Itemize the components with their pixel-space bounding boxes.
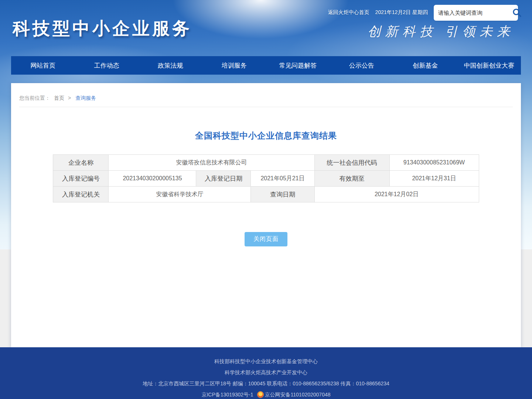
footer-record-line: 京ICP备13019302号-1京公网安备11010202007048	[0, 391, 532, 398]
search-icon[interactable]	[512, 7, 522, 18]
footer-org-line-1: 科技部科技型中小企业技术创新基金管理中心	[0, 358, 532, 365]
footer-org-line-2: 科学技术部火炬高技术产业开发中心	[0, 369, 532, 376]
search-input[interactable]	[438, 10, 512, 16]
nav-item-announcements[interactable]: 公示公告	[330, 56, 394, 75]
site-header: 科技型中小企业服务 返回火炬中心首页 2021年12月2日 星期四 创新科技 引…	[0, 0, 532, 56]
nav-item-faq[interactable]: 常见问题解答	[266, 56, 330, 75]
site-logo: 科技型中小企业服务	[13, 17, 192, 40]
result-table: 企业名称 安徽塔孜信息技术有限公司 统一社会信用代码 9134030008523…	[53, 154, 479, 202]
label-company-name: 企业名称	[53, 155, 109, 171]
nav-item-training[interactable]: 培训服务	[202, 56, 266, 75]
value-registration-number: 202134030200005135	[109, 171, 196, 187]
label-registration-authority: 入库登记机关	[53, 187, 109, 202]
value-query-date: 2021年12月02日	[314, 187, 479, 202]
icp-record-link[interactable]: 京ICP备13019302号-1	[201, 392, 253, 398]
value-credit-code: 91340300085231069W	[389, 155, 479, 171]
site-footer: 科技部科技型中小企业技术创新基金管理中心 科学技术部火炬高技术产业开发中心 地址…	[0, 347, 532, 399]
nav-item-work-news[interactable]: 工作动态	[75, 56, 139, 75]
breadcrumb: 您当前位置：首页>查询服务	[19, 83, 513, 107]
content-panel: 您当前位置：首页>查询服务 全国科技型中小企业信息库查询结果 企业名称 安徽塔孜…	[11, 83, 521, 347]
header-date: 2021年12月2日 星期四	[375, 9, 428, 16]
main-nav: 网站首页 工作动态 政策法规 培训服务 常见问题解答 公示公告 创新基金 中国创…	[11, 56, 521, 75]
label-credit-code: 统一社会信用代码	[314, 155, 389, 171]
value-registration-authority: 安徽省科学技术厅	[109, 187, 251, 202]
table-row: 入库登记机关 安徽省科学技术厅 查询日期 2021年12月02日	[53, 187, 479, 202]
breadcrumb-separator: >	[68, 95, 71, 101]
close-page-button[interactable]: 关闭页面	[245, 232, 287, 246]
label-registration-date: 入库登记日期	[196, 171, 251, 187]
label-registration-number: 入库登记编号	[53, 171, 109, 187]
nav-item-home[interactable]: 网站首页	[11, 56, 75, 75]
return-torch-home-link[interactable]: 返回火炬中心首页	[328, 9, 369, 16]
table-row: 入库登记编号 202134030200005135 入库登记日期 2021年05…	[53, 171, 479, 187]
value-registration-date: 2021年05月21日	[251, 171, 314, 187]
value-valid-until: 2021年12月31日	[389, 171, 479, 187]
nav-item-competition[interactable]: 中国创新创业大赛	[457, 56, 521, 75]
breadcrumb-prefix: 您当前位置：	[19, 95, 50, 101]
header-top-bar: 返回火炬中心首页 2021年12月2日 星期四	[328, 4, 518, 21]
header-slogan: 创新科技 引领未来	[368, 23, 514, 40]
nav-item-policies[interactable]: 政策法规	[139, 56, 202, 75]
search-box	[434, 5, 518, 21]
breadcrumb-home-link[interactable]: 首页	[54, 95, 64, 101]
nav-item-innovation-fund[interactable]: 创新基金	[393, 56, 457, 75]
breadcrumb-current-link[interactable]: 查询服务	[75, 95, 96, 101]
label-query-date: 查询日期	[251, 187, 314, 202]
value-company-name: 安徽塔孜信息技术有限公司	[109, 155, 314, 171]
police-badge-icon	[257, 391, 264, 398]
label-valid-until: 有效期至	[314, 171, 389, 187]
security-record-link[interactable]: 京公网安备11010202007048	[265, 392, 331, 398]
table-row: 企业名称 安徽塔孜信息技术有限公司 统一社会信用代码 9134030008523…	[53, 155, 479, 171]
footer-address-line: 地址：北京市西城区三里河二区甲18号 邮编：100045 联系电话：010-88…	[0, 380, 532, 387]
page-title: 全国科技型中小企业信息库查询结果	[11, 130, 521, 141]
